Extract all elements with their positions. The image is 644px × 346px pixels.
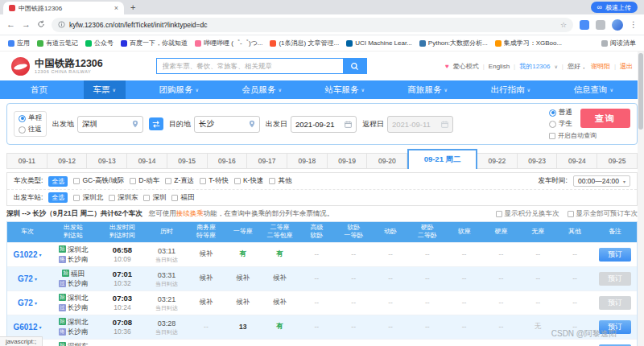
url-field[interactable]: kyfw.12306.cn/otn/leftTicket/init?linkty… — [52, 18, 573, 32]
select-all-stations-button[interactable]: 全选 — [48, 192, 68, 203]
train-type-checkbox[interactable]: D-动车 — [130, 176, 159, 186]
nav-item[interactable]: 车票 — [84, 80, 126, 99]
back-icon[interactable]: ← — [6, 20, 15, 29]
new-tab-button[interactable]: + — [130, 3, 135, 12]
site-search-input[interactable] — [156, 58, 343, 74]
depart-time-label: 发车时间: — [539, 176, 568, 186]
depart-time-select[interactable]: 00:00—24:00 — [573, 175, 630, 187]
passenger-type-radio[interactable]: 学生 — [549, 119, 572, 129]
transfer-link[interactable]: 接续换乘 — [176, 209, 204, 217]
refresh-icon[interactable] — [37, 20, 45, 30]
date-tab[interactable]: 09-25 — [597, 153, 638, 169]
table-row: G72 始深圳北 过长沙南 07:03 10:24 03:21 当日到达 候补 — [7, 290, 637, 315]
page-scrollbar[interactable] — [638, 51, 644, 346]
expand-icon[interactable] — [39, 324, 42, 330]
nav-item[interactable]: 团购服务 — [150, 80, 208, 99]
train-number-link[interactable]: G6012 — [13, 323, 37, 332]
depart-station-checkbox[interactable]: 福田 — [171, 193, 194, 203]
nav-item[interactable]: 站车服务 — [316, 80, 374, 99]
from-station-input[interactable]: 深圳 — [77, 116, 143, 133]
train-type-checkbox[interactable]: K-快速 — [234, 176, 264, 186]
browser-menu-icon[interactable]: ⋮ — [630, 20, 638, 29]
scrollbar-thumb[interactable] — [638, 53, 643, 130]
date-tab[interactable]: 09-23 — [518, 153, 558, 169]
date-tab[interactable]: 09-19 — [328, 153, 368, 169]
date-tab[interactable]: 09-11 — [6, 153, 47, 169]
extension-overlay-badge[interactable]: ∞ 极速上传 — [591, 2, 638, 13]
bookmark-item[interactable]: 百度一下，你就知道 — [121, 39, 188, 47]
bookable-trains-checkbox[interactable]: 显示全部可预订车次 — [568, 209, 638, 219]
expand-icon[interactable] — [35, 300, 37, 306]
train-type-checkbox[interactable]: 其他 — [269, 176, 291, 186]
book-button[interactable]: 预订 — [599, 248, 631, 262]
return-date-input[interactable]: 2021-09-11 — [387, 116, 453, 133]
bookmark-item[interactable]: 公众号 — [85, 39, 114, 47]
expand-icon[interactable] — [39, 252, 42, 257]
date-tab[interactable]: 09-20 — [367, 153, 407, 169]
passenger-type-radio[interactable]: 普通 — [549, 108, 572, 117]
bookmark-item[interactable]: 应用 — [8, 39, 30, 47]
train-number-link[interactable]: G72 — [18, 299, 33, 307]
to-station-input[interactable]: 长沙 — [194, 116, 260, 133]
auto-query-checkbox[interactable]: 开启自动查询 — [549, 131, 597, 140]
username-link[interactable]: 谢明阳 — [591, 62, 610, 71]
logout-link[interactable]: 退出 — [620, 62, 633, 71]
bookmark-item[interactable]: UCI Machine Lear... — [346, 39, 412, 47]
expand-icon[interactable] — [35, 276, 37, 282]
date-tab[interactable]: 09-12 — [47, 153, 88, 169]
points-trains-checkbox[interactable]: 显示积分兑换车次 — [496, 209, 559, 219]
date-tab[interactable]: 09-15 — [167, 153, 208, 169]
date-tab[interactable]: 09-24 — [557, 153, 597, 169]
depart-station-checkbox[interactable]: 深圳 — [143, 193, 166, 203]
trip-type-radio[interactable]: 单程 — [19, 113, 42, 123]
depart-station-checkbox[interactable]: 深圳东 — [109, 193, 138, 203]
date-tab[interactable]: 09-21 周二 — [407, 149, 477, 169]
depart-station-checkbox[interactable]: 深圳北 — [73, 193, 103, 203]
date-tab[interactable]: 09-18 — [287, 153, 328, 169]
extension-icon[interactable] — [580, 20, 589, 30]
train-type-checkbox[interactable]: GC-高铁/城际 — [73, 176, 124, 186]
train-type-checkbox[interactable]: Z-直达 — [165, 176, 194, 186]
profile-avatar[interactable] — [612, 19, 623, 31]
bookmark-item[interactable]: 有道云笔记 — [37, 39, 78, 47]
train-number-link[interactable]: G1022 — [13, 250, 37, 259]
bookmark-item[interactable]: Python:大数据分析... — [419, 39, 488, 47]
site-logo[interactable]: 中国铁路12306 12306 CHINA RAILWAY — [11, 57, 103, 76]
train-number-link[interactable]: G72 — [18, 274, 33, 283]
extension-icon-2[interactable] — [596, 20, 605, 30]
browser-tab[interactable]: 中国铁路12306 × — [3, 2, 124, 14]
nav-item[interactable]: 商旅服务 — [398, 80, 457, 99]
nav-item[interactable]: 出行指南 — [481, 80, 540, 99]
bookmark-item[interactable]: 哔哩哔哩 (゜-゜)つ... — [195, 39, 262, 47]
train-type-checkbox[interactable]: T-特快 — [200, 176, 229, 186]
trip-type-radio[interactable]: 往返 — [19, 125, 42, 134]
checkbox-icon — [269, 178, 275, 184]
nav-item[interactable]: 会员服务 — [233, 80, 291, 99]
care-mode-link[interactable]: 爱心模式 — [453, 62, 479, 71]
nav-item[interactable]: 首页 — [21, 80, 60, 99]
bookmark-item[interactable]: (1条消息) 文章管理... — [270, 39, 339, 47]
date-tab[interactable]: 09-14 — [127, 153, 167, 169]
tab-close-icon[interactable]: × — [114, 5, 118, 12]
arrive-day-note: 当日到达 — [146, 256, 188, 263]
date-tab[interactable]: 09-17 — [247, 153, 287, 169]
bookmark-star-icon[interactable]: ☆ — [560, 21, 567, 29]
site-info-icon — [58, 21, 65, 28]
date-tab[interactable]: 09-13 — [87, 153, 127, 169]
english-link[interactable]: English — [489, 63, 510, 70]
nav-item[interactable]: 信息查询 — [564, 80, 623, 99]
book-button[interactable]: 预订 — [599, 296, 631, 310]
query-button[interactable]: 查询 — [580, 109, 630, 128]
date-tab[interactable]: 09-16 — [208, 153, 248, 169]
book-button[interactable]: 预订 — [599, 272, 631, 286]
bookmark-item[interactable]: 集成学习：XGBoo... — [495, 39, 562, 47]
swap-stations-button[interactable] — [149, 117, 163, 130]
depart-date-input[interactable]: 2021-09-21 — [291, 116, 357, 133]
reading-list-button[interactable]: 阅读清单 — [601, 39, 636, 47]
select-all-train-types-button[interactable]: 全选 — [48, 176, 68, 187]
site-search-button[interactable] — [343, 58, 367, 74]
my-12306-link[interactable]: 我的12306 — [519, 62, 550, 71]
date-tab[interactable]: 09-22 — [477, 153, 518, 169]
column-line1: 二等座 — [262, 224, 299, 232]
forward-icon[interactable]: → — [22, 20, 31, 29]
